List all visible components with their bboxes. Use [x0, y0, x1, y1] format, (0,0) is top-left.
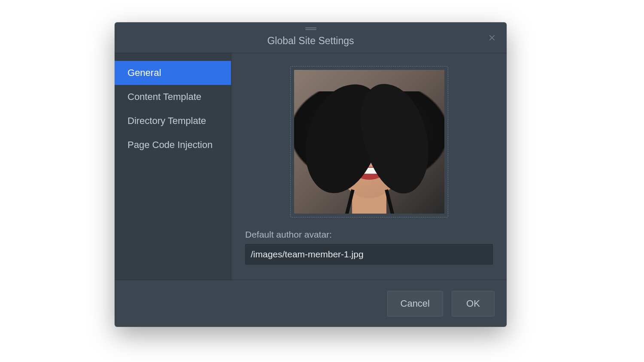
- dialog-title: Global Site Settings: [267, 35, 354, 47]
- cancel-button[interactable]: Cancel: [387, 291, 443, 317]
- settings-dialog: Global Site Settings General Content Tem…: [115, 22, 507, 327]
- main-panel: Default author avatar:: [231, 53, 507, 280]
- dialog-body: General Content Template Directory Templ…: [115, 53, 507, 280]
- sidebar-item-content-template[interactable]: Content Template: [115, 85, 231, 109]
- sidebar-item-label: Page Code Injection: [128, 139, 213, 151]
- drag-handle-icon[interactable]: [305, 27, 316, 30]
- sidebar: General Content Template Directory Templ…: [115, 53, 231, 280]
- close-icon: [488, 34, 496, 42]
- sidebar-item-label: General: [128, 67, 161, 78]
- button-label: OK: [466, 298, 480, 309]
- ok-button[interactable]: OK: [452, 291, 495, 317]
- avatar-path-label: Default author avatar:: [245, 229, 493, 240]
- avatar-preview: [294, 70, 444, 214]
- button-label: Cancel: [401, 298, 430, 309]
- close-button[interactable]: [486, 32, 498, 44]
- sidebar-item-general[interactable]: General: [115, 61, 231, 85]
- sidebar-item-label: Content Template: [128, 91, 201, 103]
- dialog-footer: Cancel OK: [115, 280, 507, 327]
- sidebar-item-page-code-injection[interactable]: Page Code Injection: [115, 133, 231, 157]
- sidebar-item-label: Directory Template: [128, 115, 206, 127]
- dialog-titlebar[interactable]: Global Site Settings: [115, 22, 507, 53]
- avatar-dropzone[interactable]: [290, 66, 448, 217]
- sidebar-item-directory-template[interactable]: Directory Template: [115, 109, 231, 133]
- avatar-path-input[interactable]: [245, 244, 493, 265]
